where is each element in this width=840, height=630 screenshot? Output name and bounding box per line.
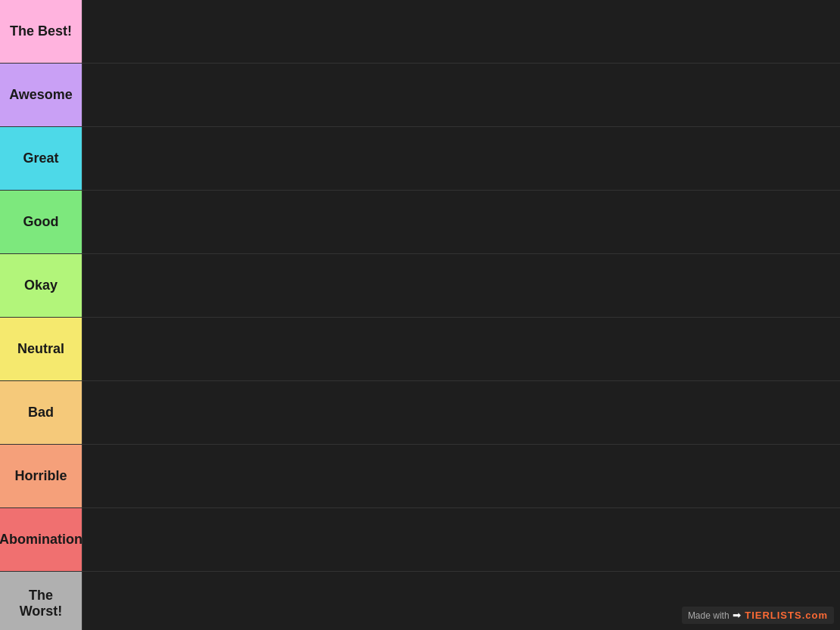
- tier-content-awesome[interactable]: [82, 64, 840, 126]
- watermark-brand: ➟ TIERLISTS.com: [733, 610, 828, 621]
- tier-content-neutral[interactable]: [82, 318, 840, 380]
- tier-content-the-best[interactable]: [82, 0, 840, 63]
- tier-content-okay[interactable]: [82, 254, 840, 317]
- tier-row-good[interactable]: Good: [0, 191, 840, 254]
- tier-label-the-worst: The Worst!: [0, 572, 82, 630]
- tier-row-awesome[interactable]: Awesome: [0, 64, 840, 127]
- tier-label-neutral: Neutral: [0, 318, 82, 380]
- tier-content-horrible[interactable]: [82, 445, 840, 507]
- tier-row-horrible[interactable]: Horrible: [0, 445, 840, 508]
- tier-label-good: Good: [0, 191, 82, 253]
- tier-label-bad: Bad: [0, 381, 82, 444]
- watermark-made-with: Made with: [688, 610, 730, 621]
- tier-label-the-best: The Best!: [0, 0, 82, 63]
- tier-label-abomination: Abomination: [0, 508, 82, 571]
- tier-content-good[interactable]: [82, 191, 840, 253]
- tier-row-neutral[interactable]: Neutral: [0, 318, 840, 381]
- tier-row-bad[interactable]: Bad: [0, 381, 840, 445]
- tier-label-awesome: Awesome: [0, 64, 82, 126]
- tier-row-the-best[interactable]: The Best!: [0, 0, 840, 64]
- tier-row-abomination[interactable]: Abomination: [0, 508, 840, 572]
- tier-label-great: Great: [0, 127, 82, 190]
- tier-content-bad[interactable]: [82, 381, 840, 444]
- tier-content-abomination[interactable]: [82, 508, 840, 571]
- tier-label-okay: Okay: [0, 254, 82, 317]
- tier-row-great[interactable]: Great: [0, 127, 840, 191]
- tier-content-great[interactable]: [82, 127, 840, 190]
- tier-label-horrible: Horrible: [0, 445, 82, 507]
- tier-list: The Best! Awesome Great Good Okay Neutra…: [0, 0, 840, 630]
- watermark: Made with ➟ TIERLISTS.com: [682, 607, 834, 624]
- tier-row-okay[interactable]: Okay: [0, 254, 840, 318]
